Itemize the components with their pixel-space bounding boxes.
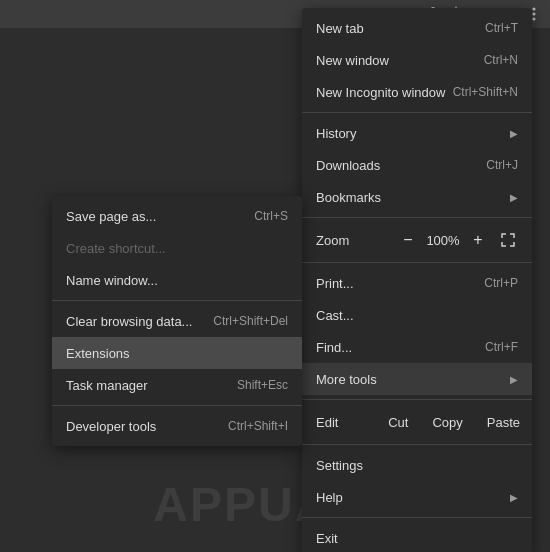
divider-5 — [302, 444, 532, 445]
paste-button[interactable]: Paste — [475, 407, 532, 438]
menu-item-downloads[interactable]: Downloads Ctrl+J — [302, 149, 532, 181]
edit-row: Edit Cut Copy Paste — [302, 404, 532, 440]
menu-item-settings[interactable]: Settings — [302, 449, 532, 481]
divider-6 — [302, 517, 532, 518]
fullscreen-button[interactable] — [498, 230, 518, 250]
submenu-divider-1 — [52, 300, 302, 301]
arrow-icon: ▶ — [510, 192, 518, 203]
menu-item-bookmarks[interactable]: Bookmarks ▶ — [302, 181, 532, 213]
submenu-task-manager[interactable]: Task manager Shift+Esc — [52, 369, 302, 401]
svg-point-9 — [533, 8, 536, 11]
zoom-out-button[interactable]: − — [398, 230, 418, 250]
svg-point-11 — [533, 18, 536, 21]
copy-button[interactable]: Copy — [420, 407, 474, 438]
submenu-extensions[interactable]: Extensions — [52, 337, 302, 369]
cut-button[interactable]: Cut — [376, 407, 420, 438]
menu-item-new-tab[interactable]: New tab Ctrl+T — [302, 12, 532, 44]
arrow-icon: ▶ — [510, 492, 518, 503]
submenu-create-shortcut[interactable]: Create shortcut... — [52, 232, 302, 264]
menu-item-history[interactable]: History ▶ — [302, 117, 532, 149]
menu-item-cast[interactable]: Cast... — [302, 299, 532, 331]
divider-1 — [302, 112, 532, 113]
submenu-developer-tools[interactable]: Developer tools Ctrl+Shift+I — [52, 410, 302, 442]
submenu-clear-browsing[interactable]: Clear browsing data... Ctrl+Shift+Del — [52, 305, 302, 337]
menu-item-exit[interactable]: Exit — [302, 522, 532, 552]
menu-item-more-tools[interactable]: More tools ▶ — [302, 363, 532, 395]
zoom-row[interactable]: Zoom − 100% + — [302, 222, 532, 258]
menu-item-find[interactable]: Find... Ctrl+F — [302, 331, 532, 363]
submenu-save-page[interactable]: Save page as... Ctrl+S — [52, 200, 302, 232]
menu-item-new-incognito[interactable]: New Incognito window Ctrl+Shift+N — [302, 76, 532, 108]
zoom-controls: − 100% + — [398, 230, 518, 250]
submenu-name-window[interactable]: Name window... — [52, 264, 302, 296]
main-menu: New tab Ctrl+T New window Ctrl+N New Inc… — [302, 8, 532, 552]
arrow-icon: ▶ — [510, 374, 518, 385]
more-tools-submenu: Save page as... Ctrl+S Create shortcut..… — [52, 196, 302, 446]
zoom-value: 100% — [424, 233, 462, 248]
divider-3 — [302, 262, 532, 263]
menu-item-help[interactable]: Help ▶ — [302, 481, 532, 513]
submenu-divider-2 — [52, 405, 302, 406]
menu-item-new-window[interactable]: New window Ctrl+N — [302, 44, 532, 76]
divider-2 — [302, 217, 532, 218]
svg-point-10 — [533, 13, 536, 16]
arrow-icon: ▶ — [510, 128, 518, 139]
divider-4 — [302, 399, 532, 400]
edit-actions: Cut Copy Paste — [376, 407, 532, 438]
zoom-in-button[interactable]: + — [468, 230, 488, 250]
menu-item-print[interactable]: Print... Ctrl+P — [302, 267, 532, 299]
